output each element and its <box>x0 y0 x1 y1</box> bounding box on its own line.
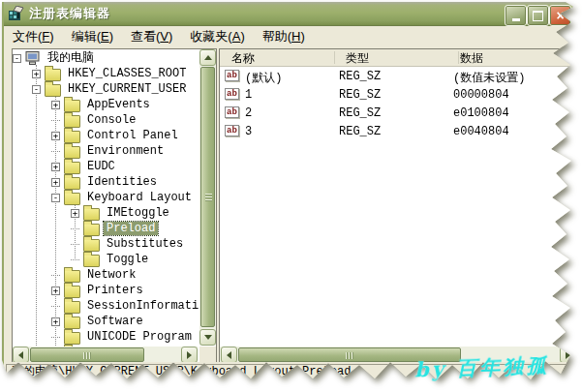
collapse-icon[interactable]: - <box>51 194 60 202</box>
tree-item-HKEY_CLASSES_ROOT[interactable]: +HKEY_CLASSES_ROOT <box>13 66 199 81</box>
folder-icon <box>45 84 61 97</box>
window-title: 注册表编辑器 <box>29 5 110 22</box>
tree-item-Printers[interactable]: +Printers <box>13 283 199 298</box>
tree-item-UNICODE Program Gro[interactable]: UNICODE Program Gro <box>13 329 199 345</box>
menu-view[interactable]: 查看(V) <box>122 26 181 47</box>
tree-connector-stub <box>71 244 79 245</box>
tree-item-label[interactable]: Toggle <box>104 253 151 266</box>
tree-item-label[interactable]: Substitutes <box>104 237 186 251</box>
tree-item-Keyboard Layout[interactable]: -Keyboard Layout <box>13 190 199 205</box>
value-name: 2 <box>245 106 252 120</box>
collapse-icon[interactable]: - <box>32 85 41 94</box>
torn-screenshot: 注册表编辑器 × 文件(F) 编辑(E) 查看(V) 收藏夹(A) 帮助(H) <box>0 0 582 392</box>
value-data: 00000804 <box>453 88 509 102</box>
scroll-up-button[interactable] <box>199 49 216 66</box>
tree-item-label[interactable]: Printers <box>84 284 146 297</box>
tree-item-label[interactable]: HKEY_CURRENT_USER <box>65 82 189 96</box>
value-name: 1 <box>245 88 252 102</box>
column-separator[interactable] <box>334 51 335 64</box>
tree-item-label[interactable]: SessionInformation <box>84 299 199 313</box>
tree-item-Control Panel[interactable]: +Control Panel <box>13 128 199 143</box>
folder-icon <box>64 286 80 298</box>
scroll-down-button[interactable] <box>199 329 216 346</box>
tree-item-label[interactable]: IMEtoggle <box>104 206 172 220</box>
expand-icon[interactable]: + <box>32 70 41 78</box>
expand-icon[interactable]: + <box>51 178 60 187</box>
arrow-left-icon <box>227 351 231 359</box>
tree-item-label[interactable]: Software <box>84 315 146 328</box>
tree-item-EUDC[interactable]: +EUDC <box>13 159 199 174</box>
value-data: e0100804 <box>453 106 509 120</box>
close-button[interactable]: × <box>549 5 571 26</box>
collapse-icon[interactable]: - <box>13 54 21 63</box>
registry-tree-pane: -我的电脑+HKEY_CLASSES_ROOT-HKEY_CURRENT_USE… <box>12 48 217 364</box>
scroll-left-button[interactable] <box>221 347 237 363</box>
menu-help[interactable]: 帮助(H) <box>254 26 314 47</box>
expand-icon[interactable]: + <box>51 163 60 171</box>
menu-file[interactable]: 文件(F) <box>4 26 63 47</box>
tree-item-label[interactable]: Identities <box>84 175 160 189</box>
tree-item-label[interactable]: Network <box>84 268 138 282</box>
tree-item-Console[interactable]: Console <box>13 112 199 128</box>
tree-item-label[interactable]: Console <box>84 113 138 127</box>
menu-edit[interactable]: 编辑(E) <box>63 26 122 47</box>
menu-favorites[interactable]: 收藏夹(A) <box>181 26 253 47</box>
tree-item-IMEtoggle[interactable]: +IMEtoggle <box>13 205 199 221</box>
folder-icon <box>64 332 80 345</box>
expand-icon[interactable]: + <box>71 209 79 218</box>
column-header-type[interactable]: 类型 <box>346 50 369 67</box>
reg-sz-icon: ab <box>225 70 239 81</box>
scroll-left-button[interactable] <box>13 347 29 363</box>
expand-icon[interactable]: + <box>51 132 60 140</box>
tree-item-Substitutes[interactable]: Substitutes <box>13 236 199 252</box>
folder-icon <box>64 301 80 314</box>
expand-icon[interactable]: + <box>51 317 60 326</box>
tree-item-AppEvents[interactable]: +AppEvents <box>13 97 199 112</box>
column-separator[interactable] <box>458 51 459 64</box>
tree-connector-stub <box>51 275 60 276</box>
minimize-button[interactable] <box>505 5 527 26</box>
folder-icon <box>83 239 100 252</box>
tree-item-label[interactable]: UNICODE Program Gro <box>84 330 199 344</box>
torn-edge-clip: 注册表编辑器 × 文件(F) 编辑(E) 查看(V) 收藏夹(A) 帮助(H) <box>0 0 582 392</box>
tree-item-label[interactable]: Preload <box>104 222 158 235</box>
tree-item-label[interactable]: Control Panel <box>84 129 181 142</box>
value-row-1[interactable]: ab1REG_SZ00000804 <box>220 86 578 105</box>
title-bar[interactable]: 注册表编辑器 × <box>4 2 579 26</box>
tree-item-Environment[interactable]: Environment <box>13 143 199 159</box>
tree-item-Toggle[interactable]: Toggle <box>13 252 199 267</box>
tree-item-label[interactable]: HKEY_CLASSES_ROOT <box>65 67 189 80</box>
menu-bar: 文件(F) 编辑(E) 查看(V) 收藏夹(A) 帮助(H) <box>4 26 579 46</box>
tree-vscroll-thumb[interactable] <box>200 67 215 327</box>
tree-item-label[interactable]: EUDC <box>84 160 118 173</box>
tree-item-HKEY_CURRENT_USER[interactable]: -HKEY_CURRENT_USER <box>13 81 199 97</box>
value-row-(默认)[interactable]: ab(默认)REG_SZ(数值未设置) <box>220 68 578 86</box>
scroll-right-button[interactable] <box>181 347 198 363</box>
tree-item-Identities[interactable]: +Identities <box>13 174 199 190</box>
value-data: e0040804 <box>453 125 509 138</box>
value-row-3[interactable]: ab3REG_SZe0040804 <box>220 123 578 141</box>
tree-horizontal-scrollbar[interactable] <box>13 347 198 363</box>
tree-item-Network[interactable]: Network <box>13 267 199 283</box>
reg-sz-icon: ab <box>225 125 239 136</box>
tree-item-label[interactable]: 我的电脑 <box>45 51 97 65</box>
expand-icon[interactable]: + <box>51 286 60 295</box>
tree-item-Software[interactable]: +Software <box>13 314 199 329</box>
scrollbar-corner <box>199 347 216 363</box>
column-header-data[interactable]: 数据 <box>460 50 483 67</box>
tree-item-label[interactable]: AppEvents <box>84 98 153 111</box>
scroll-right-button[interactable] <box>560 347 576 363</box>
folder-icon <box>64 317 80 329</box>
tree-vertical-scrollbar[interactable] <box>199 49 216 346</box>
tree-item-label[interactable]: Keyboard Layout <box>84 191 195 204</box>
expand-icon[interactable]: + <box>51 101 60 109</box>
tree-item-SessionInformation[interactable]: SessionInformation <box>13 298 199 314</box>
tree-item-Preload[interactable]: Preload <box>13 221 199 236</box>
tree-item-label[interactable]: Environment <box>84 144 167 158</box>
column-header-name[interactable]: 名称 <box>231 50 255 67</box>
tree-hscroll-thumb[interactable] <box>30 347 144 362</box>
open-folder-icon <box>83 224 100 236</box>
maximize-button[interactable] <box>527 5 549 26</box>
tree-item-我的电脑[interactable]: -我的电脑 <box>13 50 199 66</box>
value-row-2[interactable]: ab2REG_SZe0100804 <box>220 105 578 123</box>
